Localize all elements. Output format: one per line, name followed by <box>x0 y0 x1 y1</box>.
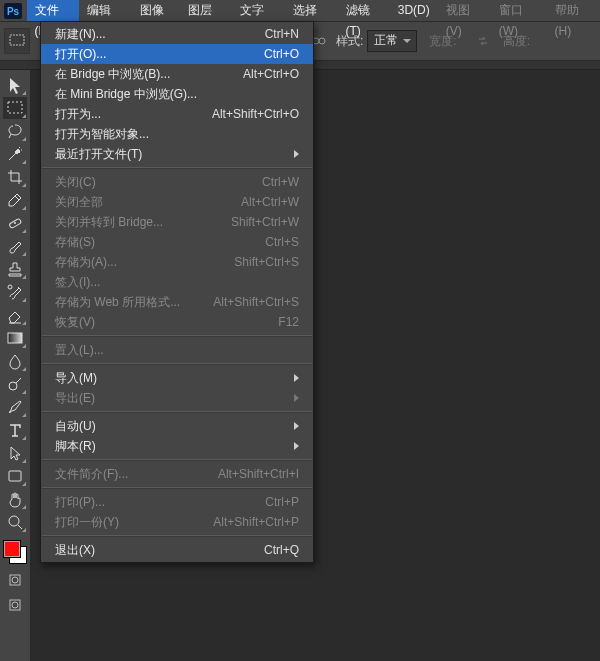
menu-item-label: 存储(S) <box>55 234 95 251</box>
eyedropper-tool[interactable] <box>3 189 27 211</box>
menu-item-shortcut: F12 <box>278 315 299 329</box>
menu-item[interactable]: 退出(X)Ctrl+Q <box>41 540 313 560</box>
shape-tool[interactable] <box>3 465 27 487</box>
menu-item-label: 签入(I)... <box>55 274 100 291</box>
eraser-tool[interactable] <box>3 304 27 326</box>
menu-item-label: 关闭(C) <box>55 174 96 191</box>
width-label: 宽度: <box>429 33 456 50</box>
menu-item-shortcut: Alt+Ctrl+O <box>243 67 299 81</box>
menu-item-label: 存储为 Web 所用格式... <box>55 294 180 311</box>
menu-item-shortcut: Ctrl+P <box>265 495 299 509</box>
path-select-tool[interactable] <box>3 442 27 464</box>
menu-item-label: 导入(M) <box>55 370 97 387</box>
menu-item[interactable]: 导入(M) <box>41 368 313 388</box>
menu-item: 恢复(V)F12 <box>41 312 313 332</box>
menu-item: 导出(E) <box>41 388 313 408</box>
zoom-tool[interactable] <box>3 511 27 533</box>
flyout-indicator-icon <box>22 137 26 141</box>
menubar-item[interactable]: 文件(F) <box>27 0 79 21</box>
screen-mode-icon[interactable] <box>5 596 25 614</box>
style-select[interactable]: 正常 <box>367 30 417 52</box>
color-swatches[interactable] <box>3 540 27 564</box>
hand-tool[interactable] <box>3 488 27 510</box>
svg-rect-2 <box>10 35 24 45</box>
menu-item[interactable]: 打开为智能对象... <box>41 124 313 144</box>
menu-item-label: 退出(X) <box>55 542 95 559</box>
menubar-item[interactable]: 视图(V) <box>438 0 491 21</box>
type-tool[interactable] <box>3 419 27 441</box>
toolbox <box>0 70 31 661</box>
menu-item[interactable]: 在 Bridge 中浏览(B)...Alt+Ctrl+O <box>41 64 313 84</box>
height-label: 高度: <box>503 33 530 50</box>
brush-tool[interactable] <box>3 235 27 257</box>
flyout-indicator-icon <box>22 390 26 394</box>
move-tool[interactable] <box>3 74 27 96</box>
tool-preset-picker[interactable] <box>4 28 30 54</box>
menu-item-shortcut: Shift+Ctrl+S <box>234 255 299 269</box>
menu-item-shortcut: Ctrl+S <box>265 235 299 249</box>
svg-point-14 <box>12 577 18 583</box>
stamp-tool[interactable] <box>3 258 27 280</box>
menubar-item[interactable]: 3D(D) <box>390 0 438 21</box>
flyout-indicator-icon <box>22 367 26 371</box>
lasso-tool[interactable] <box>3 120 27 142</box>
menu-item-shortcut: Ctrl+Q <box>264 543 299 557</box>
menu-item: 关闭并转到 Bridge...Shift+Ctrl+W <box>41 212 313 232</box>
menubar-item[interactable]: 窗口(W) <box>491 0 547 21</box>
menubar-item[interactable]: 文字(Y) <box>232 0 285 21</box>
pen-tool[interactable] <box>3 396 27 418</box>
menubar-item[interactable]: 图像(I) <box>132 0 181 21</box>
submenu-arrow-icon <box>294 442 299 450</box>
menu-item[interactable]: 在 Mini Bridge 中浏览(G)... <box>41 84 313 104</box>
menu-item[interactable]: 打开为...Alt+Shift+Ctrl+O <box>41 104 313 124</box>
menubar-item[interactable]: 图层(L) <box>180 0 232 21</box>
quick-select-tool[interactable] <box>3 143 27 165</box>
flyout-indicator-icon <box>22 206 26 210</box>
menu-item[interactable]: 自动(U) <box>41 416 313 436</box>
menu-item[interactable]: 脚本(R) <box>41 436 313 456</box>
menu-separator <box>42 487 312 489</box>
menubar-item[interactable]: 编辑(E) <box>79 0 132 21</box>
flyout-indicator-icon <box>22 459 26 463</box>
menu-item[interactable]: 新建(N)...Ctrl+N <box>41 24 313 44</box>
menu-item-label: 新建(N)... <box>55 26 106 43</box>
menu-item-label: 关闭并转到 Bridge... <box>55 214 163 231</box>
svg-point-10 <box>9 382 17 390</box>
menu-item[interactable]: 最近打开文件(T) <box>41 144 313 164</box>
quick-mask-icon[interactable] <box>5 571 25 589</box>
foreground-color-swatch[interactable] <box>3 540 21 558</box>
menu-item-shortcut: Ctrl+N <box>265 27 299 41</box>
flyout-indicator-icon <box>22 252 26 256</box>
menu-item-label: 文件简介(F)... <box>55 466 128 483</box>
menubar-item[interactable]: 选择(S) <box>285 0 338 21</box>
swap-dims-icon[interactable] <box>475 33 491 49</box>
menu-item-label: 打开为智能对象... <box>55 126 149 143</box>
menu-item[interactable]: 打开(O)...Ctrl+O <box>41 44 313 64</box>
menu-separator <box>42 363 312 365</box>
menu-item-label: 自动(U) <box>55 418 96 435</box>
gradient-tool[interactable] <box>3 327 27 349</box>
history-brush-tool[interactable] <box>3 281 27 303</box>
menu-item-label: 导出(E) <box>55 390 95 407</box>
menu-item-label: 打开(O)... <box>55 46 106 63</box>
crop-tool[interactable] <box>3 166 27 188</box>
menubar-item[interactable]: 帮助(H) <box>547 0 600 21</box>
svg-rect-9 <box>8 333 22 343</box>
healing-tool[interactable] <box>3 212 27 234</box>
ps-logo: Ps <box>0 0 27 21</box>
dodge-tool[interactable] <box>3 373 27 395</box>
flyout-indicator-icon <box>22 344 26 348</box>
menu-item-shortcut: Alt+Shift+Ctrl+P <box>213 515 299 529</box>
menu-item: 关闭全部Alt+Ctrl+W <box>41 192 313 212</box>
menu-item-label: 在 Mini Bridge 中浏览(G)... <box>55 86 197 103</box>
flyout-indicator-icon <box>22 229 26 233</box>
flyout-indicator-icon <box>22 436 26 440</box>
menu-item-shortcut: Ctrl+W <box>262 175 299 189</box>
menubar-item[interactable]: 滤镜(T) <box>338 0 390 21</box>
menu-item-shortcut: Alt+Ctrl+W <box>241 195 299 209</box>
flyout-indicator-icon <box>22 528 26 532</box>
blur-tool[interactable] <box>3 350 27 372</box>
menu-item-label: 脚本(R) <box>55 438 96 455</box>
menu-item: 关闭(C)Ctrl+W <box>41 172 313 192</box>
marquee-tool[interactable] <box>3 97 27 119</box>
